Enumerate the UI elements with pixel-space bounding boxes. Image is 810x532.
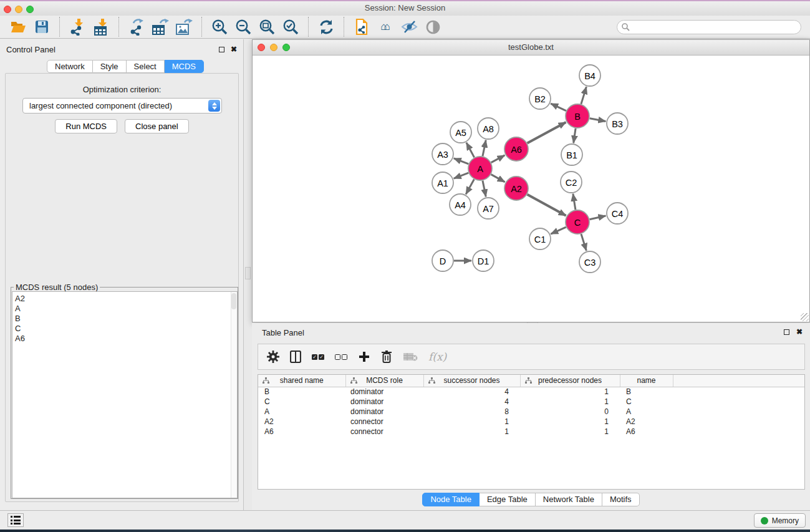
delete-table-icon[interactable] xyxy=(403,352,418,362)
close-table-panel-icon[interactable]: ✖ xyxy=(796,329,803,335)
graph-edge-A-A8[interactable] xyxy=(483,140,486,157)
graph-node-A4[interactable]: A4 xyxy=(450,194,471,215)
export-table-icon[interactable] xyxy=(151,17,170,37)
network-file-icon[interactable] xyxy=(352,17,371,37)
search-input[interactable] xyxy=(617,20,801,34)
mcds-result-item[interactable]: C xyxy=(12,324,237,334)
deselect-all-icon[interactable] xyxy=(335,354,347,360)
import-network-icon[interactable] xyxy=(68,17,87,37)
function-builder-icon[interactable]: f(x) xyxy=(428,351,446,363)
graph-node-A8[interactable]: A8 xyxy=(478,118,499,139)
table-tab-motifs[interactable]: Motifs xyxy=(602,493,640,506)
table-cell[interactable]: C xyxy=(258,397,345,407)
network-close-icon[interactable] xyxy=(258,44,265,51)
graph-edge-A-A2[interactable] xyxy=(491,175,505,182)
save-session-icon[interactable] xyxy=(32,17,51,37)
tab-style[interactable]: Style xyxy=(93,60,127,73)
open-session-icon[interactable] xyxy=(9,17,27,37)
mcds-result-list[interactable]: A2ABCA6 xyxy=(12,291,238,498)
mcds-result-item[interactable]: A xyxy=(12,304,237,314)
close-panel-button[interactable]: Close panel xyxy=(125,119,189,133)
graph-edge-B-B3[interactable] xyxy=(590,118,606,122)
graph-node-A[interactable]: A xyxy=(468,157,492,180)
select-all-icon[interactable]: ✓✓ xyxy=(312,354,324,360)
graph-node-D1[interactable]: D1 xyxy=(473,250,494,271)
table-cell[interactable]: 0 xyxy=(520,407,620,417)
scrollbar-track[interactable] xyxy=(231,292,237,498)
table-cell[interactable]: B xyxy=(620,387,673,397)
graph-node-B2[interactable]: B2 xyxy=(529,88,551,109)
maximize-window-icon[interactable] xyxy=(26,6,34,13)
table-cell[interactable]: C xyxy=(620,397,673,407)
table-cell[interactable]: A6 xyxy=(258,427,345,437)
graph-node-B1[interactable]: B1 xyxy=(561,144,582,165)
graph-edge-A-A6[interactable] xyxy=(491,155,505,163)
vertical-split-grip[interactable] xyxy=(245,267,251,279)
graph-node-B3[interactable]: B3 xyxy=(607,113,628,134)
table-row[interactable]: Cdominator41C xyxy=(258,397,804,407)
graphics-details-icon[interactable] xyxy=(423,17,442,37)
table-cell[interactable]: dominator xyxy=(345,387,423,397)
table-cell[interactable]: A2 xyxy=(258,417,345,427)
table-cell[interactable]: 4 xyxy=(423,387,520,397)
table-cell[interactable]: dominator xyxy=(345,407,423,417)
table-cell[interactable]: B xyxy=(258,387,345,397)
graph-edge-A-A4[interactable] xyxy=(466,180,474,195)
graph-node-C[interactable]: C xyxy=(566,210,589,234)
scrollbar-thumb[interactable] xyxy=(231,293,236,309)
graph-node-A7[interactable]: A7 xyxy=(478,198,499,219)
network-canvas[interactable]: B4B2BB3A8A5A6A3B1AA1C2A2A4A7C4CC1C3DD1 xyxy=(253,56,809,322)
column-header-successor-nodes[interactable]: successor nodes xyxy=(423,375,520,387)
graph-edge-C-C3[interactable] xyxy=(581,234,586,251)
close-window-icon[interactable] xyxy=(4,6,11,13)
task-history-icon[interactable] xyxy=(7,513,24,527)
hide-style-icon[interactable] xyxy=(400,17,418,37)
table-tab-edge-table[interactable]: Edge Table xyxy=(480,493,536,506)
graph-node-B4[interactable]: B4 xyxy=(579,65,600,86)
table-cell[interactable]: 8 xyxy=(423,407,520,417)
table-cell[interactable]: 1 xyxy=(520,397,620,407)
graph-node-A6[interactable]: A6 xyxy=(504,137,528,161)
graph-node-D[interactable]: D xyxy=(432,250,453,271)
zoom-selected-icon[interactable] xyxy=(281,17,300,37)
export-image-icon[interactable] xyxy=(175,17,193,37)
tab-network[interactable]: Network xyxy=(47,60,93,73)
table-cell[interactable]: 4 xyxy=(423,397,520,407)
graph-node-A5[interactable]: A5 xyxy=(450,122,471,143)
table-cell[interactable]: dominator xyxy=(345,397,423,407)
graph-node-C3[interactable]: C3 xyxy=(579,251,600,273)
table-cell[interactable]: 1 xyxy=(520,387,620,397)
table-cell[interactable]: connector xyxy=(345,417,423,427)
mcds-result-item[interactable]: A6 xyxy=(12,334,237,344)
zoom-out-icon[interactable] xyxy=(234,17,253,37)
column-header-predecessor-nodes[interactable]: predecessor nodes xyxy=(520,375,620,387)
mcds-result-item[interactable]: B xyxy=(12,314,237,324)
network-window-titlebar[interactable]: testGlobe.txt xyxy=(253,40,809,56)
graph-edge-A6-B[interactable] xyxy=(528,122,566,143)
table-row[interactable]: A2connector11A2 xyxy=(258,417,804,427)
network-minimize-icon[interactable] xyxy=(270,44,277,51)
graph-edge-B-B1[interactable] xyxy=(574,128,576,143)
table-cell[interactable]: connector xyxy=(345,427,423,437)
import-table-icon[interactable] xyxy=(92,17,110,37)
run-mcds-button[interactable]: Run MCDS xyxy=(55,119,117,133)
graph-node-C2[interactable]: C2 xyxy=(561,172,582,193)
graph-edge-A2-C[interactable] xyxy=(528,195,566,216)
table-cell[interactable]: 1 xyxy=(520,427,620,437)
graph-edge-B-B2[interactable] xyxy=(551,104,566,111)
table-row[interactable]: Bdominator41B xyxy=(258,387,804,397)
refresh-icon[interactable] xyxy=(317,17,335,37)
graph-node-A1[interactable]: A1 xyxy=(432,172,453,193)
float-table-panel-icon[interactable] xyxy=(784,329,789,335)
column-header-MCDS-role[interactable]: MCDS role xyxy=(345,375,423,387)
memory-button[interactable]: Memory xyxy=(754,513,806,528)
column-header-name[interactable]: name xyxy=(620,375,673,387)
graph-node-C4[interactable]: C4 xyxy=(607,203,628,224)
mcds-result-item[interactable]: A2 xyxy=(12,294,237,304)
table-cell[interactable]: 1 xyxy=(520,417,620,427)
delete-column-icon[interactable] xyxy=(381,350,392,364)
network-maximize-icon[interactable] xyxy=(282,44,290,51)
graph-edge-C-C1[interactable] xyxy=(551,227,566,234)
table-cell[interactable]: A xyxy=(620,407,673,417)
graph-edge-C-C2[interactable] xyxy=(573,194,576,210)
